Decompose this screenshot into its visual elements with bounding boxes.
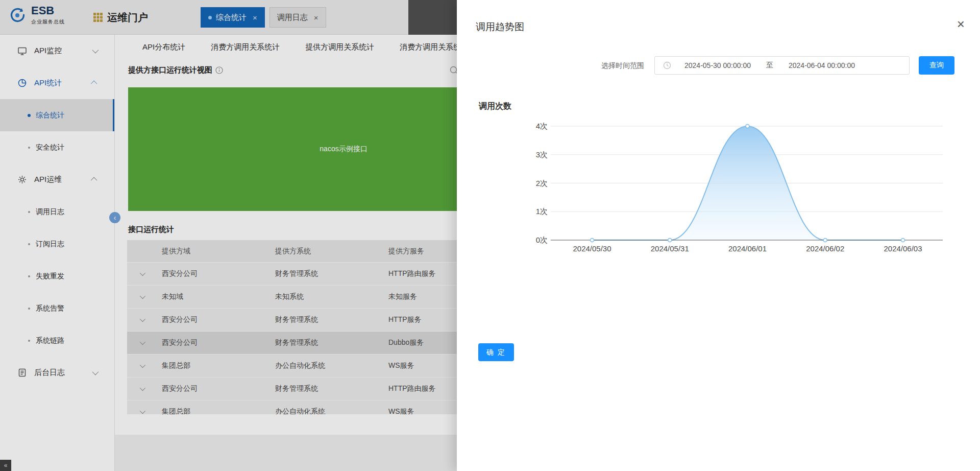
date-separator: 至 [766, 61, 773, 70]
clock-icon [663, 61, 671, 69]
svg-text:2024/06/02: 2024/06/02 [806, 244, 844, 253]
chart-title: 调用次数 [479, 101, 511, 112]
svg-text:2024/05/30: 2024/05/30 [573, 244, 611, 253]
svg-text:2024/06/03: 2024/06/03 [884, 244, 922, 253]
date-to-value: 2024-06-04 00:00:00 [789, 61, 855, 69]
date-range-input[interactable]: 2024-05-30 00:00:00 至 2024-06-04 00:00:0… [654, 56, 910, 75]
svg-text:1次: 1次 [536, 207, 548, 216]
svg-text:2024/06/01: 2024/06/01 [728, 244, 767, 253]
query-button[interactable]: 查询 [919, 56, 954, 75]
svg-text:3次: 3次 [536, 150, 548, 159]
svg-text:0次: 0次 [536, 236, 548, 244]
date-from-value: 2024-05-30 00:00:00 [684, 61, 751, 69]
svg-text:4次: 4次 [536, 122, 548, 130]
svg-text:2024/05/31: 2024/05/31 [651, 244, 689, 253]
drawer-mask[interactable] [0, 0, 457, 471]
svg-text:2次: 2次 [536, 179, 548, 187]
confirm-button[interactable]: 确 定 [478, 343, 514, 361]
drawer-title: 调用趋势图 [476, 20, 524, 34]
trend-drawer: 调用趋势图 × 选择时间范围 2024-05-30 00:00:00 至 202… [457, 0, 980, 471]
close-icon[interactable]: × [957, 17, 965, 31]
time-range-label: 选择时间范围 [601, 56, 644, 75]
